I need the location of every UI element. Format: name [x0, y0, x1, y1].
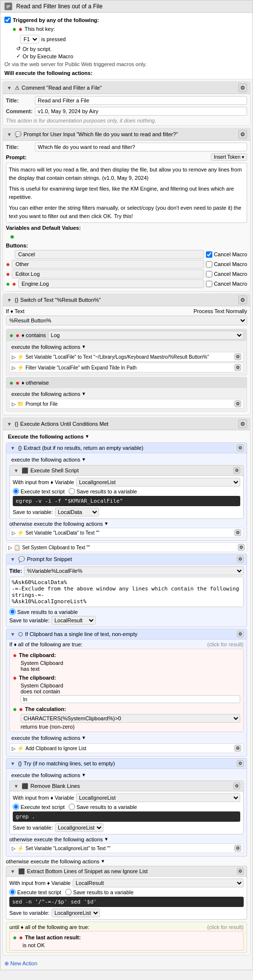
extract-collapse[interactable]: ▼: [9, 444, 16, 451]
set-clipboard-gear[interactable]: ⚙: [238, 544, 245, 551]
prompt-text-3: You can either enter the string filters …: [9, 204, 244, 220]
result-button-select[interactable]: %Result Button%: [6, 316, 247, 325]
if-clipboard-gear[interactable]: ⚙: [237, 631, 244, 637]
comment-title: Comment "Read and Filter a File": [22, 85, 102, 91]
contains-value-select[interactable]: Log: [48, 331, 244, 340]
ln-input[interactable]: [21, 695, 240, 703]
save-to-var-select[interactable]: LocalData: [55, 508, 99, 516]
or-web: Or via the web server for Public Web tri…: [4, 61, 249, 67]
execute-until-collapse[interactable]: ▼: [6, 420, 13, 427]
save-results-radio[interactable]: [69, 488, 75, 494]
switch-collapse[interactable]: ▼: [6, 296, 13, 303]
extract-bottom-gear[interactable]: ⚙: [237, 868, 244, 875]
extract-gear[interactable]: ⚙: [237, 444, 244, 451]
add-clipboard-gear[interactable]: ⚙: [234, 745, 241, 752]
switch-gear[interactable]: ⚙: [238, 295, 247, 304]
cancel-macro-chk4[interactable]: [206, 281, 212, 287]
exec-text2-radio[interactable]: [13, 804, 19, 810]
insert-token-btn[interactable]: Insert Token ▾: [211, 153, 247, 161]
filter-var-gear[interactable]: ⚙: [234, 364, 241, 371]
cancel-macro-chk2[interactable]: [206, 261, 212, 268]
otherwise-execute2-label: otherwise execute the following actions: [9, 836, 103, 842]
other-btn-input[interactable]: [12, 260, 204, 269]
remove-blank-collapse[interactable]: ▼: [13, 783, 20, 789]
with-input2-select[interactable]: LocalIgnoreList: [76, 793, 240, 802]
execute-text-radio[interactable]: [13, 488, 19, 494]
try-collapse[interactable]: ▼: [9, 760, 16, 767]
extract-bottom-collapse[interactable]: ▼: [9, 868, 16, 875]
set-var-gear[interactable]: ⚙: [234, 353, 241, 360]
system-clipboard1: System Clipboard: [21, 660, 240, 666]
calculation-label: The calculation:: [25, 706, 66, 712]
filter-variable-label: Filter Variable "LocalFile" with Expand …: [25, 365, 233, 370]
save-to-var2-label-shell: Save to variable:: [13, 825, 53, 831]
save-to-var2-select-shell[interactable]: LocalIgnoreList: [55, 823, 103, 832]
cancel-macro-chk1[interactable]: [206, 251, 212, 258]
shell-gear[interactable]: ⚙: [233, 467, 240, 474]
extract-title: Extract (but if no results, return an em…: [24, 445, 143, 451]
set-localignore-collapse[interactable]: ▷: [12, 846, 16, 851]
triggered-checkbox[interactable]: [4, 17, 11, 23]
is-not-ok: is not OK: [23, 942, 240, 948]
save-results-var-radio[interactable]: [9, 609, 16, 615]
comment-collapse[interactable]: ▼: [6, 84, 13, 91]
filter-var-icon: ⚡: [17, 365, 24, 371]
prompt-file-collapse[interactable]: ▷: [12, 401, 16, 407]
save-to-var2-select[interactable]: LocalResult: [51, 616, 96, 625]
remove-blank-gear[interactable]: ⚙: [233, 783, 240, 789]
variables-label: Variables and Default Values:: [6, 225, 247, 231]
filter-var-collapse[interactable]: ▷: [12, 365, 16, 370]
prompt-title-input[interactable]: [35, 143, 247, 151]
cancel-btn-input[interactable]: [15, 250, 204, 259]
switch-body: If ♦ Text Process Text Normally %Result …: [3, 306, 250, 415]
otherwise-dot2: ●: [15, 379, 19, 387]
calc-dot: ●: [13, 705, 17, 713]
snippet-title-select[interactable]: %Variable%LocalFile%: [24, 566, 244, 575]
until-click[interactable]: (click for result): [207, 924, 244, 930]
shell-collapse[interactable]: ▼: [13, 467, 20, 474]
will-execute: Will execute the following actions:: [4, 70, 249, 76]
save-results2-check: Save results to a variable: [69, 804, 137, 810]
prompt-user-input-action: ▼ 💬 Prompt for User Input "Which file do…: [2, 128, 251, 292]
snippet-text: %Ask60%LocalData% -=-Exclude from the ab…: [9, 577, 244, 607]
set-localdata-collapse[interactable]: ▷: [12, 530, 16, 536]
prompt-collapse[interactable]: ▼: [6, 131, 13, 138]
prompt-file-icon: 📁: [17, 401, 24, 407]
contains-label: ♦ contains: [22, 332, 46, 338]
otherwise-dot: ●: [9, 379, 13, 387]
with-input3-select[interactable]: LocalResult: [73, 879, 244, 887]
execute-following4: execute the following actions: [11, 772, 80, 778]
prompt-gear[interactable]: ⚙: [238, 130, 247, 139]
add-clipboard-collapse[interactable]: ▷: [12, 746, 16, 751]
comment-header: ▼ ⚠ Comment "Read and Filter a File" ⚙: [3, 82, 250, 94]
cancel-macro-chk3[interactable]: [206, 271, 212, 277]
save-to-var3-select[interactable]: LocalIgnoreList: [51, 908, 100, 917]
if-clipboard-collapse[interactable]: ▼: [9, 631, 16, 637]
calc-select[interactable]: CHARACTERS(%SystemClipboard%)>0: [21, 714, 240, 723]
click-result[interactable]: (click for result): [207, 641, 244, 647]
cancel-macro-label4: Cancel Macro: [214, 281, 247, 287]
try-gear[interactable]: ⚙: [237, 760, 244, 767]
save-results3-radio[interactable]: [65, 889, 72, 895]
exec-text3-radio[interactable]: [9, 889, 16, 895]
snippet-collapse[interactable]: ▼: [9, 556, 16, 563]
execute-until-gear[interactable]: ⚙: [238, 419, 247, 428]
hotkey-select[interactable]: F1: [20, 35, 39, 44]
variables-dot: ●: [10, 232, 247, 241]
new-action[interactable]: ⊕ New Action: [0, 957, 253, 970]
comment-value-input[interactable]: v1.0, May 9, 2024 by Airy: [35, 107, 247, 116]
with-input-select[interactable]: LocalIgnoreList: [76, 478, 240, 487]
editor-btn-input[interactable]: [12, 270, 204, 278]
set-var-collapse[interactable]: ▷: [12, 354, 16, 360]
otherwise-execute-label: otherwise execute the following actions: [9, 521, 103, 527]
prompt-file-gear[interactable]: ⚙: [234, 400, 241, 407]
save-results2-radio[interactable]: [69, 804, 75, 810]
set-localignore-gear[interactable]: ⚙: [234, 845, 241, 852]
snippet-gear[interactable]: ⚙: [237, 556, 244, 563]
contains-dot2: ●: [15, 331, 19, 339]
engine-btn-input[interactable]: [18, 279, 204, 288]
set-clipboard-collapse[interactable]: ▷: [8, 545, 12, 550]
comment-gear[interactable]: ⚙: [238, 83, 247, 92]
comment-title-input[interactable]: Read and Filter a File: [35, 96, 247, 105]
set-localdata-gear[interactable]: ⚙: [234, 529, 241, 536]
